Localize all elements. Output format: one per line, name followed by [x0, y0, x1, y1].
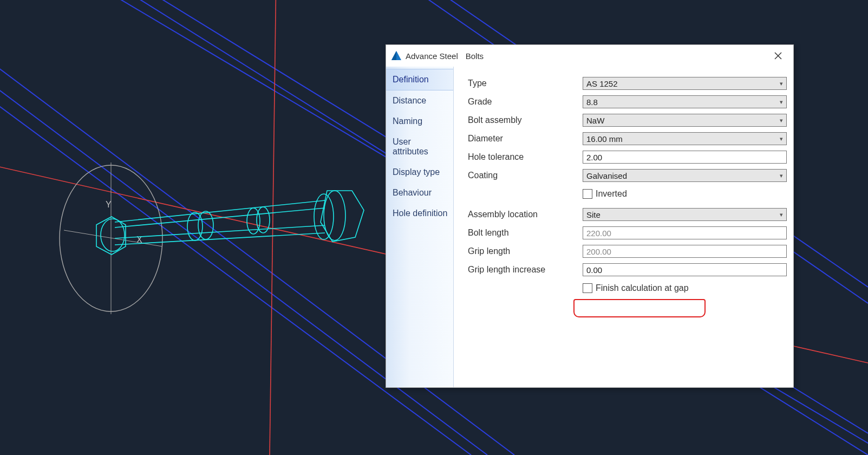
- input-grip-length: 200.00: [583, 245, 787, 258]
- label-inverted: Inverted: [596, 189, 627, 199]
- input-grip-length-increase-value: 0.00: [586, 265, 602, 275]
- select-diameter[interactable]: 16.00 mm▾: [583, 132, 787, 145]
- dialog-sidebar: Definition Distance Naming User attribut…: [386, 67, 454, 387]
- tab-distance[interactable]: Distance: [386, 90, 453, 111]
- input-hole-tolerance-value: 2.00: [586, 153, 602, 162]
- dialog-title: Advance Steel: [406, 51, 458, 61]
- chevron-down-icon: ▾: [780, 99, 783, 106]
- label-type: Type: [468, 79, 583, 88]
- tab-hole-definition[interactable]: Hole definition: [386, 203, 453, 224]
- select-grade[interactable]: 8.8▾: [583, 95, 787, 108]
- select-type[interactable]: AS 1252▾: [583, 77, 787, 90]
- chevron-down-icon: ▾: [780, 117, 783, 124]
- bolts-dialog: Advance Steel Bolts Definition Distance …: [386, 44, 794, 388]
- select-assembly-location-value: Site: [586, 210, 601, 219]
- input-grip-length-value: 200.00: [586, 247, 611, 256]
- label-finish-calculation-at-gap: Finish calculation at gap: [596, 283, 689, 293]
- dialog-subtitle: Bolts: [466, 51, 484, 61]
- advance-steel-logo-icon: [390, 50, 402, 62]
- tab-naming[interactable]: Naming: [386, 111, 453, 132]
- dialog-titlebar[interactable]: Advance Steel Bolts: [386, 45, 793, 67]
- label-coating: Coating: [468, 171, 583, 180]
- tab-display-type[interactable]: Display type: [386, 162, 453, 183]
- chevron-down-icon: ▾: [780, 211, 783, 218]
- label-grip-length-increase: Grip length increase: [468, 265, 583, 275]
- checkbox-finish-calculation-at-gap[interactable]: [583, 283, 592, 293]
- select-type-value: AS 1252: [586, 79, 618, 88]
- svg-point-18: [101, 219, 125, 251]
- svg-line-16: [115, 225, 325, 238]
- svg-marker-27: [391, 51, 396, 60]
- input-bolt-length: 220.00: [583, 226, 787, 239]
- tab-behaviour[interactable]: Behaviour: [386, 183, 453, 203]
- chevron-down-icon: ▾: [780, 80, 783, 87]
- label-grade: Grade: [468, 97, 583, 107]
- label-assembly-location: Assembly location: [468, 210, 583, 219]
- input-hole-tolerance[interactable]: 2.00: [583, 151, 787, 164]
- close-icon: [774, 52, 782, 60]
- svg-line-12: [64, 230, 162, 246]
- select-bolt-assembly-value: NaW: [586, 116, 604, 125]
- select-diameter-value: 16.00 mm: [586, 134, 623, 144]
- select-grade-value: 8.8: [586, 98, 598, 107]
- chevron-down-icon: ▾: [780, 172, 783, 179]
- chevron-down-icon: ▾: [780, 135, 783, 142]
- label-bolt-assembly: Bolt assembly: [468, 115, 583, 125]
- tab-definition[interactable]: Definition: [386, 69, 453, 90]
- select-coating[interactable]: Galvanised▾: [583, 169, 787, 182]
- svg-line-14: [115, 233, 325, 245]
- tab-user-attributes[interactable]: User attributes: [386, 132, 453, 162]
- svg-point-20: [198, 211, 213, 239]
- svg-line-9: [270, 0, 276, 455]
- label-bolt-length: Bolt length: [468, 228, 583, 238]
- select-assembly-location[interactable]: Site▾: [583, 208, 787, 221]
- input-bolt-length-value: 220.00: [586, 229, 611, 238]
- checkbox-inverted[interactable]: [583, 189, 592, 199]
- form-panel: Type AS 1252▾ Grade 8.8▾ Bolt assembly N…: [454, 67, 793, 387]
- label-grip-length: Grip length: [468, 246, 583, 256]
- select-coating-value: Galvanised: [586, 171, 627, 180]
- label-diameter: Diameter: [468, 134, 583, 144]
- close-button[interactable]: [767, 45, 789, 67]
- select-bolt-assembly[interactable]: NaW▾: [583, 114, 787, 127]
- axis-label-y: Y: [106, 200, 112, 209]
- label-hole-tolerance: Hole tolerance: [468, 152, 583, 162]
- input-grip-length-increase[interactable]: 0.00: [583, 263, 787, 276]
